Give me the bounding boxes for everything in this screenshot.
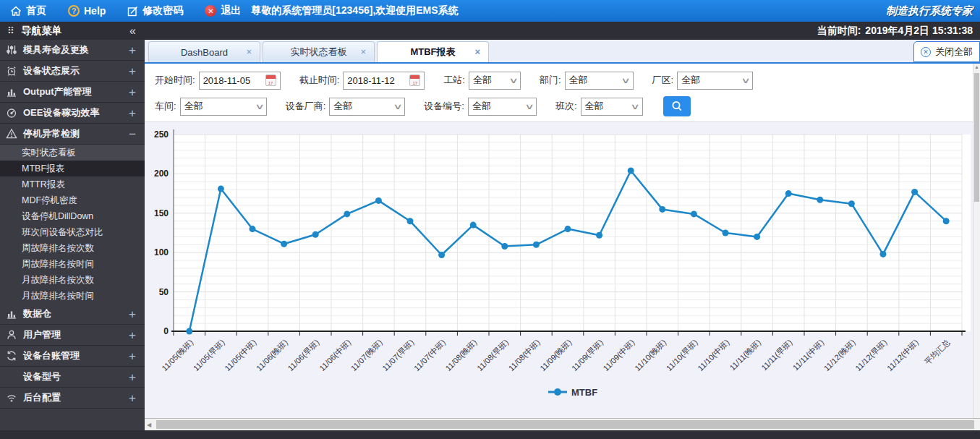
sidebar-subitem[interactable]: 设备停机DillDown xyxy=(0,208,145,224)
sidebar-subitem[interactable]: MDF停机密度 xyxy=(0,192,145,208)
horizontal-scrollbar-thumb[interactable] xyxy=(156,420,974,429)
expand-icon[interactable]: + xyxy=(129,392,136,404)
svg-text:11/08(晚班): 11/08(晚班) xyxy=(443,338,478,372)
sidebar-item[interactable]: 用户管理+ xyxy=(0,325,145,346)
top-menu-bar: 首页 ? Help 修改密码 ✕ 退出 尊敬的系统管理员[123456],欢迎使… xyxy=(0,0,980,22)
filter-开始时间: 开始时间:2018-11-05 xyxy=(155,72,281,90)
content-area: DashBoard×实时状态看板×MTBF报表× ✕ 关闭全部 开始时间:201… xyxy=(145,40,980,430)
home-button[interactable]: 首页 xyxy=(10,4,46,17)
date-input[interactable]: 2018-11-05 xyxy=(199,72,281,90)
sidebar-item[interactable]: Output产能管理+ xyxy=(0,82,145,103)
expand-icon[interactable]: + xyxy=(129,44,136,56)
status-bar: ⠿ 导航菜单 « 当前时间: 2019年4月2日 15:31:38 xyxy=(0,22,980,40)
collapse-icon[interactable]: − xyxy=(129,128,136,140)
selected-value: 全部 xyxy=(184,100,203,113)
selected-value: 全部 xyxy=(473,74,492,87)
sidebar-item-label: 模具寿命及更换 xyxy=(23,43,129,56)
horizontal-scrollbar[interactable]: ◀ xyxy=(145,418,980,430)
sidebar-item[interactable]: 数据仓+ xyxy=(0,304,145,325)
sidebar-subitem[interactable]: 月故障排名按时间 xyxy=(0,288,145,304)
close-circle-icon: ✕ xyxy=(921,47,931,57)
calendar-icon[interactable] xyxy=(409,74,420,86)
sidebar-subitem[interactable]: 月故障排名按次数 xyxy=(0,272,145,288)
chevron-down-icon: ∨ xyxy=(393,102,403,111)
filter-panel: 开始时间:2018-11-05截止时间:2018-11-12工站:全部∨部门:全… xyxy=(145,64,980,122)
expand-icon[interactable]: + xyxy=(129,371,136,383)
sidebar-item[interactable]: 模具寿命及更换+ xyxy=(0,40,145,61)
sidebar-item[interactable]: OEE设备稼动效率+ xyxy=(0,103,145,124)
svg-text:11/06(早班): 11/06(早班) xyxy=(286,338,320,372)
filter-厂区: 厂区:全部∨ xyxy=(652,72,754,90)
sidebar-item-label: 后台配置 xyxy=(23,391,129,404)
selected-value: 全部 xyxy=(585,100,604,113)
sidebar-item-label: 停机异常检测 xyxy=(23,127,129,140)
date-input[interactable]: 2018-11-12 xyxy=(343,72,425,90)
scroll-up-arrow-icon[interactable]: ▲ xyxy=(974,64,979,69)
sidebar-subitem[interactable]: MTBF报表 xyxy=(0,161,145,176)
select-dropdown[interactable]: 全部∨ xyxy=(677,72,753,90)
sidebar-item[interactable]: 设备状态展示+ xyxy=(0,61,145,82)
svg-text:200: 200 xyxy=(154,169,169,179)
expand-icon[interactable]: + xyxy=(129,65,136,77)
drag-dots-icon: ⠿ xyxy=(7,25,13,36)
sidebar-subitem[interactable]: 班次间设备状态对比 xyxy=(0,224,145,240)
sidebar-item[interactable]: 后台配置+ xyxy=(0,388,145,409)
select-dropdown[interactable]: 全部∨ xyxy=(329,98,405,116)
bar-chart-icon xyxy=(6,308,22,320)
selected-value: 全部 xyxy=(472,100,491,113)
sidebar-subitem[interactable]: 周故障排名按次数 xyxy=(0,240,145,256)
vertical-scrollbar[interactable]: ▲ xyxy=(973,64,980,418)
close-all-tabs-button[interactable]: ✕ 关闭全部 xyxy=(913,41,980,62)
sidebar-item[interactable]: 设备型号+ xyxy=(0,367,145,388)
tab-MTBF报表[interactable]: MTBF报表× xyxy=(377,41,489,62)
filter-截止时间: 截止时间:2018-11-12 xyxy=(299,72,425,90)
svg-text:11/06(中班): 11/06(中班) xyxy=(318,338,352,372)
legend-MTBF[interactable]: MTBF xyxy=(548,387,597,398)
sidebar-subitem[interactable]: 实时状态看板 xyxy=(0,145,145,161)
expand-icon[interactable]: + xyxy=(129,86,136,98)
filter-label: 部门: xyxy=(540,74,561,87)
sidebar-item[interactable]: 停机异常检测− xyxy=(0,124,145,145)
sidebar-subitem[interactable]: 周故障排名按时间 xyxy=(0,256,145,272)
svg-text:11/08(早班): 11/08(早班) xyxy=(475,338,510,372)
change-password-button[interactable]: 修改密码 xyxy=(127,4,183,17)
tab-实时状态看板[interactable]: 实时状态看板× xyxy=(263,41,375,62)
select-dropdown[interactable]: 全部∨ xyxy=(469,72,521,90)
filter-row-2: 车间:全部∨设备厂商:全部∨设备编号:全部∨班次:全部∨ xyxy=(155,93,980,119)
svg-text:11/10(中班): 11/10(中班) xyxy=(696,338,730,372)
svg-text:11/08(中班): 11/08(中班) xyxy=(507,338,542,372)
scroll-left-arrow-icon[interactable]: ◀ xyxy=(147,422,151,428)
wifi-icon xyxy=(6,392,22,404)
svg-text:11/11(早班): 11/11(早班) xyxy=(759,338,794,372)
tab-close-icon[interactable]: × xyxy=(474,47,480,56)
filter-部门: 部门:全部∨ xyxy=(540,72,634,90)
vertical-scrollbar-thumb[interactable] xyxy=(974,73,979,202)
sidebar-subitem[interactable]: MTTR报表 xyxy=(0,176,145,192)
expand-icon[interactable]: + xyxy=(129,329,136,341)
current-time-value: 2019年4月2日 15:31:38 xyxy=(865,25,973,38)
select-dropdown[interactable]: 全部∨ xyxy=(565,72,634,90)
select-dropdown[interactable]: 全部∨ xyxy=(468,98,537,116)
select-dropdown[interactable]: 全部∨ xyxy=(180,98,267,116)
calendar-icon[interactable] xyxy=(265,74,276,86)
tab-close-icon[interactable]: × xyxy=(360,47,366,56)
expand-icon[interactable]: + xyxy=(129,308,136,320)
search-button[interactable] xyxy=(663,96,691,116)
select-dropdown[interactable]: 全部∨ xyxy=(581,98,643,116)
tab-DashBoard[interactable]: DashBoard× xyxy=(148,41,260,62)
footer-strip xyxy=(0,430,980,439)
chevron-down-icon: ∨ xyxy=(524,102,534,111)
help-button[interactable]: ? Help xyxy=(68,5,106,17)
tab-close-icon[interactable]: × xyxy=(246,47,252,56)
logout-button[interactable]: ✕ 退出 xyxy=(205,4,241,17)
expand-icon[interactable]: + xyxy=(129,107,136,119)
expand-icon[interactable]: + xyxy=(129,350,136,362)
svg-text:11/11(晚班): 11/11(晚班) xyxy=(728,338,762,372)
change-password-label: 修改密码 xyxy=(142,4,183,17)
svg-text:11/10(早班): 11/10(早班) xyxy=(665,338,699,372)
date-value: 2018-11-05 xyxy=(203,75,251,86)
sidebar-item[interactable]: 设备台账管理+ xyxy=(0,346,145,367)
selected-value: 全部 xyxy=(569,74,588,87)
sidebar-collapse-button[interactable]: « xyxy=(129,25,136,38)
tab-label: 实时状态看板 xyxy=(291,46,347,59)
